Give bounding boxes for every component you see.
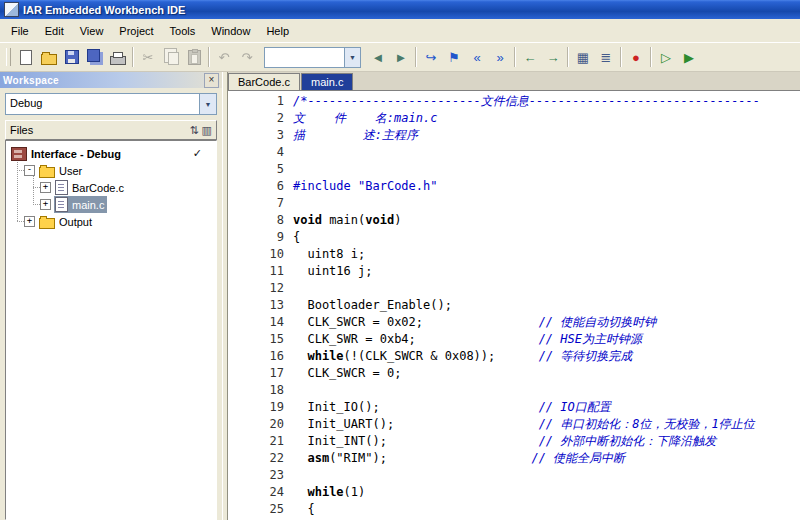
go-to-button[interactable]: ↪ [420,46,442,68]
tab-barcode-c[interactable]: BarCode.c [228,73,300,90]
line-number: 15 [232,331,293,348]
code-line[interactable]: 4 [232,144,800,161]
workspace-tree[interactable]: Interface - Debug✓-User+BarCode.c+main.c… [5,140,217,520]
save-icon [65,50,79,64]
tab-main-c[interactable]: main.c [301,73,353,90]
undo-button[interactable]: ↶ [213,46,235,68]
quick-search-input[interactable] [265,48,344,67]
print-icon [110,56,126,65]
menu-tools[interactable]: Tools [162,22,204,40]
code-text: 描 述:主程序 [293,128,418,142]
open-button[interactable] [38,46,60,68]
line-number: 8 [232,212,293,229]
menu-file[interactable]: File [3,22,37,40]
file-icon [55,197,68,212]
find-previous-button[interactable]: ◄ [367,46,389,68]
code-text: void main(void) [293,213,401,227]
compile-button[interactable]: ▦ [572,46,594,68]
code-line[interactable]: 3描 述:主程序 [232,127,800,144]
line-number: 21 [232,433,293,450]
toolbar-separator [415,47,417,67]
menu-window[interactable]: Window [203,22,258,40]
code-line[interactable]: 21 Init_INT(); // 外部中断初始化：下降沿触发 [232,433,800,450]
download-and-debug-button[interactable]: ▶ [678,46,700,68]
navigate-backward-button[interactable]: ← [519,46,541,68]
make-button[interactable]: ≣ [595,46,617,68]
code-area[interactable]: 1/*------------------------文件信息---------… [228,91,800,520]
find-next-button[interactable]: ► [390,46,412,68]
save-all-button[interactable] [84,46,106,68]
print-button[interactable] [107,46,129,68]
line-number: 24 [232,484,293,501]
toolbar-grip[interactable] [6,48,11,66]
tree-item-barcode-c[interactable]: +BarCode.c [6,179,216,196]
configuration-select[interactable]: Debug ▼ [5,93,217,115]
code-line[interactable]: 10 uint8 i; [232,246,800,263]
navigate-forward-button[interactable]: → [542,46,564,68]
code-line[interactable]: 13 Bootloader_Enable(); [232,297,800,314]
expand-icon[interactable]: + [40,199,51,210]
line-number: 19 [232,399,293,416]
tree-connector [17,221,24,223]
expand-icon[interactable]: + [24,216,35,227]
toolbar-separator [514,47,516,67]
next-bookmark-icon: » [496,51,503,64]
toggle-bookmark-button[interactable]: ⚑ [443,46,465,68]
code-line[interactable]: 19 Init_IO(); // IO口配置 [232,399,800,416]
paste-icon [188,50,201,65]
previous-bookmark-button[interactable]: « [466,46,488,68]
toggle-breakpoint-button[interactable]: ● [625,46,647,68]
code-line[interactable]: 18 [232,382,800,399]
code-line[interactable]: 6#include "BarCode.h" [232,178,800,195]
debug-without-downloading-button[interactable]: ▷ [655,46,677,68]
files-header-label: Files [10,124,33,136]
code-text: uint16 j; [293,264,372,278]
code-line[interactable]: 11 uint16 j; [232,263,800,280]
menu-help[interactable]: Help [258,22,297,40]
line-number: 25 [232,501,293,518]
code-line[interactable]: 1/*------------------------文件信息---------… [232,93,800,110]
quick-search-dropdown-icon[interactable]: ▼ [344,48,360,67]
code-line[interactable]: 8void main(void) [232,212,800,229]
save-button[interactable] [61,46,83,68]
code-text: uint8 i; [293,247,365,261]
code-line[interactable]: 24 while(1) [232,484,800,501]
new-document-button[interactable] [15,46,37,68]
code-line[interactable]: 7 [232,195,800,212]
code-line[interactable]: 12 [232,280,800,297]
menu-edit[interactable]: Edit [37,22,72,40]
quick-search-combo[interactable]: ▼ [264,47,361,68]
expand-icon[interactable]: + [40,182,51,193]
collapse-icon[interactable]: - [24,165,35,176]
code-line[interactable]: 15 CLK_SWR = 0xb4; // HSE为主时钟源 [232,331,800,348]
code-line[interactable]: 16 while(!(CLK_SWCR & 0x08)); // 等待切换完成 [232,348,800,365]
code-line[interactable]: 14 CLK_SWCR = 0x02; // 使能自动切换时钟 [232,314,800,331]
code-line[interactable]: 20 Init_UART(); // 串口初始化：8位，无校验，1停止位 [232,416,800,433]
sort-icon[interactable]: ⇅ [189,125,198,136]
code-line[interactable]: 22 asm("RIM"); // 使能全局中断 [232,450,800,467]
next-bookmark-button[interactable]: » [489,46,511,68]
code-line[interactable]: 17 CLK_SWCR = 0; [232,365,800,382]
copy-button[interactable] [160,46,182,68]
files-header[interactable]: Files ⇅▥ [5,120,217,140]
tree-item-output[interactable]: +Output [6,213,216,230]
tree-item-interface-debug[interactable]: Interface - Debug✓ [6,145,216,162]
redo-button[interactable]: ↷ [236,46,258,68]
configuration-dropdown-icon[interactable]: ▼ [199,94,216,114]
tree-item-main-c[interactable]: +main.c [6,196,216,213]
code-line[interactable]: 2文 件 名:main.c [232,110,800,127]
tree-item-user[interactable]: -User [6,162,216,179]
menu-view[interactable]: View [72,22,112,40]
menu-project[interactable]: Project [111,22,161,40]
line-number: 1 [232,93,293,110]
file-icon [55,180,68,195]
code-line[interactable]: 9{ [232,229,800,246]
paste-button[interactable] [183,46,205,68]
columns-icon[interactable]: ▥ [202,125,212,136]
workspace-close-button[interactable]: × [204,73,219,88]
code-line[interactable]: 25 { [232,501,800,518]
tree-item-row: Interface - Debug [10,146,124,162]
code-line[interactable]: 23 [232,467,800,484]
code-line[interactable]: 5 [232,161,800,178]
cut-button[interactable]: ✂ [137,46,159,68]
